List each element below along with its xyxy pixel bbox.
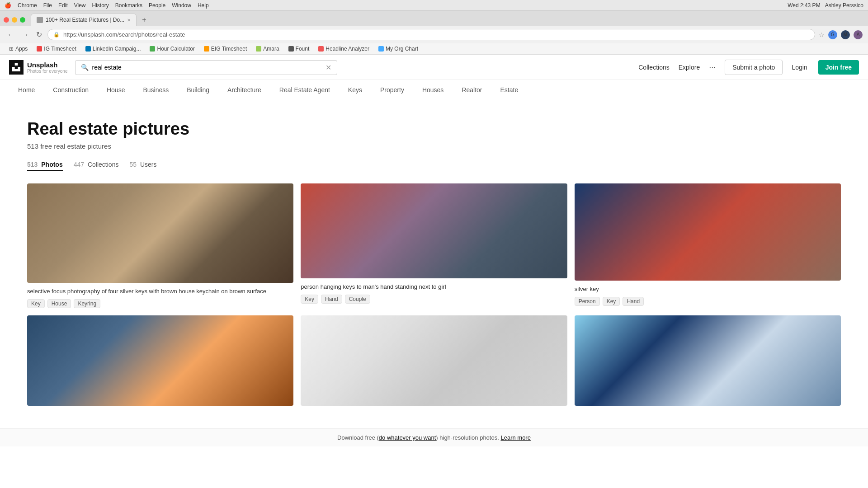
maximize-button[interactable] <box>20 17 25 23</box>
bookmark-hour-calc[interactable]: Hour Calculator <box>146 45 198 53</box>
profile-avatar[interactable]: A <box>854 30 863 39</box>
login-button[interactable]: Login <box>792 64 807 71</box>
photo-tag[interactable]: Key <box>301 295 318 304</box>
photo-tag[interactable]: Key <box>27 299 45 308</box>
bookmark-label: Amara <box>263 46 279 52</box>
cat-building[interactable]: Building <box>178 80 218 101</box>
photo-image-1[interactable] <box>27 183 293 283</box>
join-free-button[interactable]: Join free <box>818 60 859 75</box>
photo-tag[interactable]: Key <box>603 297 620 306</box>
cat-property[interactable]: Property <box>371 80 413 101</box>
cat-houses[interactable]: Houses <box>413 80 453 101</box>
address-bar[interactable]: 🔒 https://unsplash.com/search/photos/rea… <box>47 29 815 40</box>
photo-tag[interactable]: Hand <box>321 295 342 304</box>
photo-tag[interactable]: Person <box>575 297 600 306</box>
photo-thumbnail-5 <box>301 315 567 406</box>
photo-image-2[interactable] <box>301 183 567 278</box>
tab-photos[interactable]: 513 Photos <box>27 161 63 171</box>
nav-more-button[interactable]: ··· <box>709 63 716 72</box>
tab-users[interactable]: 55 Users <box>129 161 156 171</box>
nav-explore[interactable]: Explore <box>679 64 700 71</box>
nav-collections[interactable]: Collections <box>638 64 669 71</box>
bookmark-headline[interactable]: Headline Analyzer <box>315 45 373 53</box>
bookmark-star-button[interactable]: ☆ <box>819 31 825 38</box>
photo-tags-1: Key House Keyring <box>27 299 293 308</box>
cat-realtor[interactable]: Realtor <box>453 80 491 101</box>
menu-view[interactable]: View <box>74 2 86 9</box>
photo-tag[interactable]: Hand <box>623 297 644 306</box>
traffic-lights[interactable] <box>4 17 25 23</box>
menu-help[interactable]: Help <box>198 2 209 9</box>
cat-estate[interactable]: Estate <box>491 80 528 101</box>
download-text-before: Download free ( <box>337 434 379 441</box>
photo-card-2[interactable]: person hanging keys to man's hand standi… <box>301 183 567 308</box>
reload-button[interactable]: ↻ <box>34 28 44 41</box>
bookmark-label: Apps <box>15 46 28 52</box>
cat-construction[interactable]: Construction <box>44 80 98 101</box>
photo-card-3[interactable]: silver key Person Key Hand <box>575 183 841 308</box>
bookmark-ig-timesheet[interactable]: IG Timesheet <box>33 45 80 53</box>
extension-icon-2[interactable]: M <box>841 30 850 39</box>
bookmark-label: My Org Chart <box>386 46 418 52</box>
nav-bar: ← → ↻ 🔒 https://unsplash.com/search/phot… <box>0 26 868 43</box>
menu-file[interactable]: File <box>43 2 52 9</box>
photo-image-5[interactable] <box>301 315 567 406</box>
menu-bookmarks[interactable]: Bookmarks <box>115 2 142 9</box>
photo-description-1: selective focus photography of four silv… <box>27 287 293 296</box>
photo-tag[interactable]: Couple <box>345 295 370 304</box>
bookmark-label: EIG Timesheet <box>211 46 247 52</box>
photo-card-5[interactable] <box>301 315 567 410</box>
bookmark-eig[interactable]: EIG Timesheet <box>200 45 250 53</box>
menu-people[interactable]: People <box>149 2 165 9</box>
ig-favicon <box>37 46 42 52</box>
cat-keys[interactable]: Keys <box>339 80 371 101</box>
bookmark-linkedin[interactable]: LinkedIn Campaig... <box>82 45 145 53</box>
cat-business[interactable]: Business <box>134 80 178 101</box>
search-clear-button[interactable]: ✕ <box>326 63 331 72</box>
photo-card-6[interactable] <box>575 315 841 410</box>
apple-menu[interactable]: 🍎 <box>5 2 11 9</box>
bookmarks-bar: ⊞ Apps IG Timesheet LinkedIn Campaig... … <box>0 43 868 55</box>
learn-more-link[interactable]: Learn more <box>500 434 530 441</box>
tab-close-button[interactable]: ✕ <box>127 18 131 23</box>
photo-card-1[interactable]: selective focus photography of four silv… <box>27 183 293 308</box>
bookmark-fount[interactable]: Fount <box>285 45 313 53</box>
menu-history[interactable]: History <box>92 2 109 9</box>
tab-collections[interactable]: 447 Collections <box>74 161 119 171</box>
photo-image-4[interactable] <box>27 315 293 406</box>
minimize-button[interactable] <box>12 17 17 23</box>
bookmark-orgchart[interactable]: My Org Chart <box>375 45 422 53</box>
bookmark-label: Fount <box>296 46 310 52</box>
new-tab-button[interactable]: + <box>138 14 150 26</box>
bookmark-amara[interactable]: Amara <box>252 45 283 53</box>
bookmark-apps[interactable]: ⊞ Apps <box>5 45 31 53</box>
menu-edit[interactable]: Edit <box>58 2 68 9</box>
back-button[interactable]: ← <box>5 29 16 41</box>
cat-house[interactable]: House <box>98 80 134 101</box>
site-logo[interactable]: Unsplash Photos for everyone <box>9 60 68 75</box>
close-button[interactable] <box>4 17 9 23</box>
orgchart-favicon <box>378 46 384 52</box>
main-content: Real estate pictures 513 free real estat… <box>0 101 868 419</box>
photo-tag[interactable]: House <box>47 299 71 308</box>
mac-os-bar: 🍎 Chrome File Edit View History Bookmark… <box>0 0 868 11</box>
submit-photo-button[interactable]: Submit a photo <box>725 60 783 75</box>
cat-home[interactable]: Home <box>9 80 44 101</box>
photo-image-3[interactable] <box>575 183 841 281</box>
search-bar[interactable]: 🔍 ✕ <box>75 60 337 75</box>
menu-chrome[interactable]: Chrome <box>18 2 37 9</box>
menu-window[interactable]: Window <box>172 2 191 9</box>
search-input[interactable] <box>92 64 322 71</box>
cat-real-estate-agent[interactable]: Real Estate Agent <box>270 80 339 101</box>
mac-menu[interactable]: 🍎 Chrome File Edit View History Bookmark… <box>5 2 209 9</box>
extension-icon-1[interactable]: G <box>828 30 837 39</box>
cat-architecture[interactable]: Architecture <box>218 80 270 101</box>
active-tab[interactable]: 100+ Real Estate Pictures | Do... ✕ <box>31 14 137 26</box>
logo-tagline: Photos for everyone <box>27 69 68 74</box>
photo-tag[interactable]: Keyring <box>74 299 100 308</box>
do-whatever-link[interactable]: do whatever you want <box>379 434 436 441</box>
photo-card-4[interactable] <box>27 315 293 410</box>
photo-image-6[interactable] <box>575 315 841 406</box>
forward-button[interactable]: → <box>20 29 31 41</box>
bookmark-label: Headline Analyzer <box>326 46 369 52</box>
